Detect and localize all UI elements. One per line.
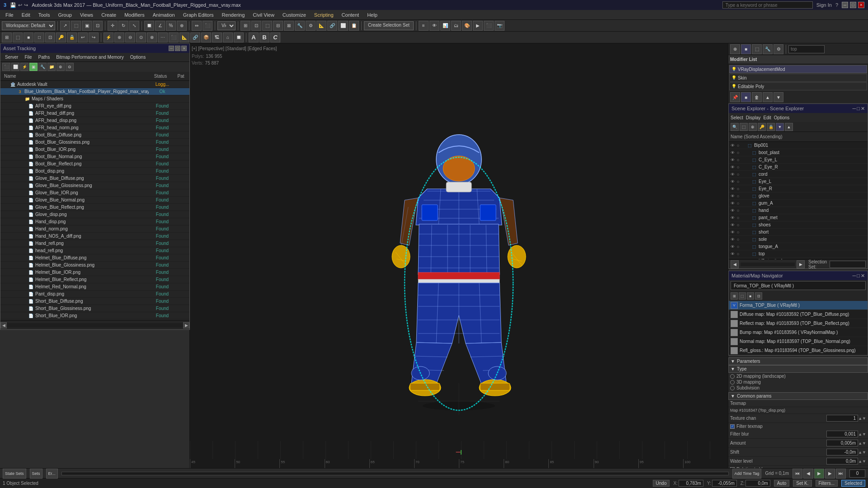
- select-lasso[interactable]: ⊡: [93, 21, 103, 31]
- mod-active[interactable]: ■: [741, 92, 751, 102]
- list-item[interactable]: Refl_gloss.: Map #10183594 (TOP_Blue_Glo…: [729, 346, 868, 355]
- eye-icon[interactable]: 👁: [731, 216, 737, 220]
- se-close[interactable]: ✕: [861, 106, 865, 112]
- menu-file[interactable]: File: [2, 11, 17, 19]
- radio-3d[interactable]: 3D mapping: [730, 380, 866, 385]
- menu-customize[interactable]: Customize: [279, 11, 310, 19]
- tb2-btn10[interactable]: ⚡: [104, 33, 113, 42]
- tb-btn-6[interactable]: 🔧: [295, 21, 305, 31]
- list-item[interactable]: 📄 AFR_head_disp.png Found: [0, 117, 189, 124]
- move-tool[interactable]: ✛: [108, 21, 118, 31]
- undo-btn[interactable]: Undo: [653, 480, 670, 487]
- menu-graph-editors[interactable]: Graph Editors: [179, 11, 217, 19]
- texture-chan-input[interactable]: [826, 415, 858, 422]
- filter-blur-input[interactable]: [826, 431, 858, 437]
- list-item[interactable]: 📄 AFR_head_norm.png Found: [0, 124, 189, 131]
- modifier-search[interactable]: [788, 45, 825, 53]
- list-item[interactable]: 📄 Boot_Blue_Glossiness.png Found: [0, 139, 189, 146]
- sel-icon[interactable]: ○: [737, 259, 743, 260]
- go-end[interactable]: ⏭: [836, 469, 846, 479]
- at-tb2[interactable]: ⬜: [11, 63, 19, 71]
- tb2-btn6[interactable]: 🔑: [56, 33, 66, 42]
- at-tb3[interactable]: ⚡: [20, 63, 28, 71]
- list-item[interactable]: 👁 ○ ⬚ gum_A: [729, 200, 868, 207]
- eye-icon[interactable]: 👁: [731, 143, 737, 148]
- eye-icon[interactable]: 👁: [731, 194, 737, 198]
- se-restore[interactable]: □: [857, 106, 860, 112]
- tb2-btn15[interactable]: ⋯: [158, 33, 168, 42]
- list-item[interactable]: 📄 Short_Blue_Normal.png Found: [0, 319, 189, 320]
- list-item[interactable]: 📄 head_refl.png Found: [0, 247, 189, 254]
- list-item[interactable]: 📄 Short_Blue_Glossiness.png Found: [0, 305, 189, 312]
- at-tb5[interactable]: 🔧: [38, 63, 47, 71]
- list-item[interactable]: Reflect map: Map #10183593 (TOP_Blue_Ref…: [729, 319, 868, 328]
- list-item[interactable]: 📄 Helmet_Red_Normal.png Found: [0, 283, 189, 291]
- list-item[interactable]: 📄 Hand_disp.png Found: [0, 218, 189, 225]
- list-item[interactable]: 📄 Hand_NOS_A_diff.png Found: [0, 233, 189, 240]
- tb2-btn3[interactable]: ■: [24, 33, 33, 42]
- se-footer-arrow-right[interactable]: ▶: [797, 260, 805, 268]
- mn-tb4[interactable]: ⊡: [755, 292, 762, 300]
- eye-icon[interactable]: 👁: [731, 208, 737, 213]
- sel-icon[interactable]: ○: [737, 165, 743, 169]
- tb2-btn20[interactable]: 🏗: [212, 33, 222, 42]
- tb2-btn8[interactable]: ↩: [78, 33, 88, 42]
- eye-icon[interactable]: 👁: [731, 223, 737, 227]
- at-row-maps[interactable]: 📁 Maps / Shaders: [0, 95, 189, 103]
- eye-icon[interactable]: 👁: [731, 230, 737, 235]
- list-item[interactable]: 📄 Helmet_Blue_IOR.png Found: [0, 269, 189, 276]
- align-tool[interactable]: ⬛: [203, 21, 212, 31]
- list-item[interactable]: 📄 Hand_refl.png Found: [0, 240, 189, 247]
- tb-btn-10[interactable]: ⬜: [338, 21, 348, 31]
- prev-frame[interactable]: ◀: [803, 469, 813, 479]
- se-tb5[interactable]: ▼: [776, 123, 784, 131]
- render2-btn[interactable]: ⬛: [484, 21, 494, 31]
- mn-minimize[interactable]: ─: [853, 273, 856, 279]
- list-item[interactable]: Diffuse map: Map #10183592 (TOP_Blue_Dif…: [729, 310, 868, 319]
- se-menu-select[interactable]: Select: [731, 115, 743, 120]
- at-scroll-right[interactable]: ▶: [183, 322, 189, 328]
- tb2-b[interactable]: B: [259, 33, 269, 42]
- list-item[interactable]: 👁 ○ ⬚ shoes: [729, 221, 868, 229]
- tb-btn-2[interactable]: ⊡: [251, 21, 261, 31]
- se-footer-arrow[interactable]: ◀: [731, 260, 739, 268]
- minimize-button[interactable]: ─: [842, 2, 848, 8]
- amount-input[interactable]: [826, 440, 858, 446]
- mn-tb2[interactable]: ⬚: [739, 292, 746, 300]
- rp-tb2[interactable]: ■: [741, 44, 751, 54]
- se-filter[interactable]: 🔍: [731, 123, 739, 131]
- list-item[interactable]: 📄 Glove_disp.png Found: [0, 211, 189, 218]
- rp-tb1[interactable]: ⊕: [730, 44, 740, 54]
- list-item[interactable]: 📄 AFR_eye_diff.png Found: [0, 103, 189, 110]
- list-item[interactable]: 👁 ○ ⬚ top: [729, 250, 868, 258]
- tb-btn-7[interactable]: ⚙: [306, 21, 316, 31]
- sel-icon[interactable]: ○: [737, 230, 743, 235]
- list-item[interactable]: 👁 ○ ⬚ boot_plast: [729, 149, 868, 156]
- mod-down[interactable]: ▼: [774, 92, 783, 102]
- at-scroll-left[interactable]: ◀: [0, 322, 7, 328]
- list-item[interactable]: 📄 Hand_norm.png Found: [0, 225, 189, 233]
- y-input[interactable]: [712, 480, 737, 487]
- mod-pin[interactable]: 📌: [730, 92, 740, 102]
- rp-tb3[interactable]: ⬚: [752, 44, 762, 54]
- create-selection-button[interactable]: Create Selection Set: [364, 21, 414, 30]
- sel-icon[interactable]: ○: [737, 187, 743, 191]
- tb-btn-4[interactable]: ⊟: [273, 21, 283, 31]
- list-item[interactable]: 📄 AFR_head_diff.png Found: [0, 110, 189, 117]
- mn-close[interactable]: ✕: [861, 273, 865, 279]
- menu-help[interactable]: Help: [363, 11, 381, 19]
- render-btn[interactable]: ▶: [473, 21, 483, 31]
- list-item[interactable]: 📄 Short_Blue_IOR.png Found: [0, 312, 189, 319]
- se-menu-edit[interactable]: Edit: [764, 115, 771, 120]
- list-item[interactable]: 👁 ○ ⬚ C_Eye_L: [729, 156, 868, 164]
- list-item[interactable]: 👁 ○ ⬚ hand: [729, 207, 868, 214]
- menu-create[interactable]: Create: [98, 11, 120, 19]
- list-item[interactable]: 👁 ○ ⬚ Bip001: [729, 142, 868, 149]
- at-menu-file[interactable]: File: [22, 54, 34, 60]
- list-item[interactable]: 👁 ○ ⬚ tongue_A: [729, 243, 868, 250]
- eye-icon[interactable]: 👁: [731, 165, 737, 169]
- tb2-btn21[interactable]: ⌂: [223, 33, 233, 42]
- rp-tb4[interactable]: 🔧: [763, 44, 773, 54]
- frame-input[interactable]: [849, 469, 865, 478]
- shift-spinner[interactable]: ▲▼: [858, 450, 866, 455]
